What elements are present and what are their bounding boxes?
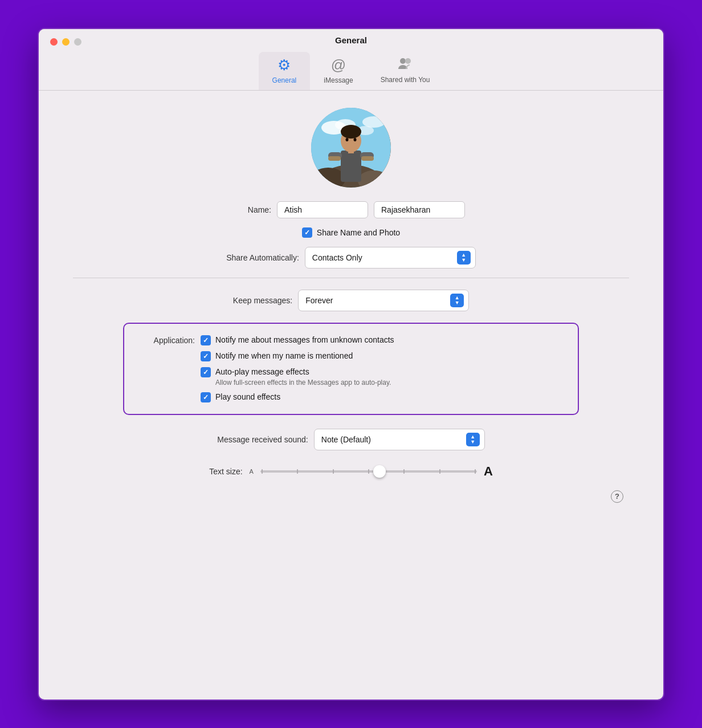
autoplay-subtext: Allow full-screen effects in the Message… xyxy=(215,379,394,387)
tab-imessage-label: iMessage xyxy=(324,76,353,84)
slider-ticks xyxy=(260,469,477,474)
at-icon: @ xyxy=(331,56,346,74)
avatar[interactable] xyxy=(311,108,391,188)
name-field-label: Name: xyxy=(237,205,271,214)
text-size-label: Text size: xyxy=(209,467,242,476)
divider-1 xyxy=(73,278,629,278)
tick-3 xyxy=(333,469,334,474)
tab-general-label: General xyxy=(272,76,297,84)
tab-shared[interactable]: Shared with You xyxy=(367,52,444,90)
tab-general[interactable]: ⚙ General xyxy=(259,52,311,90)
share-auto-arrows: ▲ ▼ xyxy=(457,251,471,265)
share-name-photo-label: Share Name and Photo xyxy=(317,228,400,237)
application-section: Application: Notify me about messages fr… xyxy=(123,323,579,415)
notify-unknown-checkbox[interactable] xyxy=(201,335,211,345)
share-automatically-row: Share Automatically: Contacts Only ▲ ▼ xyxy=(73,247,629,269)
svg-rect-19 xyxy=(328,156,341,161)
sound-effects-checkbox[interactable] xyxy=(201,392,211,402)
avatar-section xyxy=(73,108,629,188)
slider-track xyxy=(260,470,477,473)
main-content: Name: Share Name and Photo Share Automat… xyxy=(39,91,663,699)
message-sound-arrows: ▲ ▼ xyxy=(466,433,480,446)
tab-imessage[interactable]: @ iMessage xyxy=(310,52,366,90)
main-window: General ⚙ General @ iMessage xyxy=(38,28,664,701)
svg-point-1 xyxy=(405,58,411,64)
keep-messages-label: Keep messages: xyxy=(233,296,292,305)
svg-point-6 xyxy=(362,116,385,128)
help-button[interactable]: ? xyxy=(611,490,623,503)
sound-effects-item: Play sound effects xyxy=(201,392,394,402)
share-auto-select[interactable]: Contacts Only ▲ ▼ xyxy=(305,247,476,269)
text-size-small-a: A xyxy=(250,468,254,475)
notify-name-checkbox[interactable] xyxy=(201,351,211,361)
svg-point-0 xyxy=(400,58,406,64)
autoplay-checkbox-row: Auto-play message effects xyxy=(201,367,394,377)
text-size-large-a: A xyxy=(484,464,493,479)
share-name-photo-checkbox[interactable] xyxy=(302,227,312,238)
title-bar: General ⚙ General @ iMessage xyxy=(39,29,663,91)
notify-name-label: Notify me when my name is mentioned xyxy=(215,351,353,360)
keep-messages-select[interactable]: Forever ▲ ▼ xyxy=(298,290,469,311)
tab-shared-label: Shared with You xyxy=(381,76,430,84)
application-label: Application: xyxy=(138,335,195,345)
tick-4 xyxy=(368,469,369,474)
text-size-slider[interactable] xyxy=(260,466,477,477)
keep-messages-arrows: ▲ ▼ xyxy=(450,294,464,307)
name-row: Name: xyxy=(73,201,629,218)
message-sound-select[interactable]: Note (Default) ▲ ▼ xyxy=(314,429,485,450)
share-auto-label: Share Automatically: xyxy=(226,253,299,262)
shared-icon xyxy=(397,56,413,74)
notify-unknown-label: Notify me about messages from unknown co… xyxy=(215,335,394,344)
svg-point-15 xyxy=(346,138,349,141)
tick-5 xyxy=(403,469,405,474)
text-size-row: Text size: A A xyxy=(73,464,629,479)
tick-1 xyxy=(262,469,263,474)
autoplay-checkbox[interactable] xyxy=(201,367,211,377)
message-sound-label: Message received sound: xyxy=(217,435,308,444)
tick-7 xyxy=(475,469,476,474)
share-auto-value: Contacts Only xyxy=(312,253,452,262)
svg-point-14 xyxy=(341,125,361,139)
keep-messages-value: Forever xyxy=(305,296,446,305)
gear-icon: ⚙ xyxy=(277,56,291,74)
share-name-photo-row: Share Name and Photo xyxy=(73,227,629,238)
autoplay-item: Auto-play message effects Allow full-scr… xyxy=(201,367,394,387)
keep-messages-row: Keep messages: Forever ▲ ▼ xyxy=(73,290,629,311)
notify-name-item: Notify me when my name is mentioned xyxy=(201,351,394,361)
message-sound-value: Note (Default) xyxy=(321,435,462,444)
first-name-input[interactable] xyxy=(277,201,368,218)
tab-bar: ⚙ General @ iMessage Shared with You xyxy=(259,52,444,90)
sound-effects-label: Play sound effects xyxy=(215,392,280,401)
window-title: General xyxy=(50,35,652,45)
slider-thumb[interactable] xyxy=(373,465,386,478)
last-name-input[interactable] xyxy=(374,201,465,218)
tick-6 xyxy=(439,469,440,474)
help-section: ? xyxy=(73,490,629,503)
tick-2 xyxy=(297,469,298,474)
message-sound-row: Message received sound: Note (Default) ▲… xyxy=(73,429,629,450)
notify-unknown-item: Notify me about messages from unknown co… xyxy=(201,335,394,345)
svg-rect-11 xyxy=(341,151,361,182)
autoplay-label: Auto-play message effects xyxy=(215,367,309,376)
application-checkboxes: Notify me about messages from unknown co… xyxy=(201,335,394,402)
svg-rect-20 xyxy=(361,156,374,161)
application-row: Application: Notify me about messages fr… xyxy=(138,335,564,402)
svg-point-16 xyxy=(354,138,357,141)
